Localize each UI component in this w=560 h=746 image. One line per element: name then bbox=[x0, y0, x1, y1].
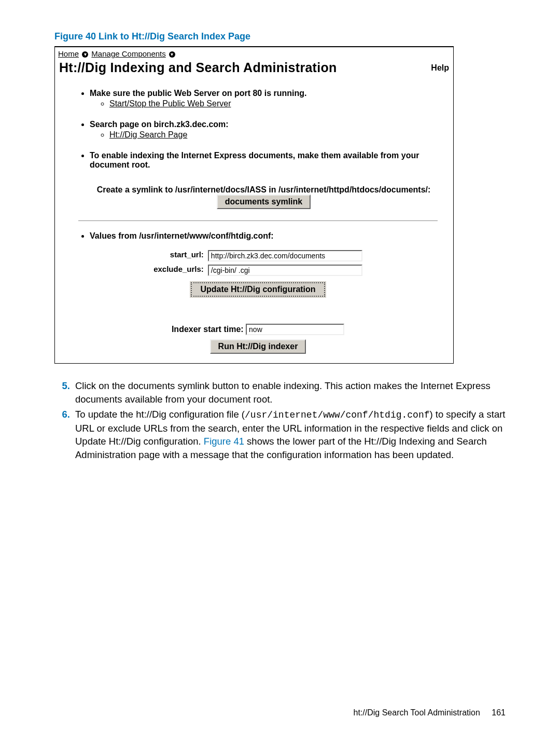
bullet-2-text: Search page on birch.zk3.dec.com: bbox=[90, 120, 229, 129]
figure-41-link[interactable]: Figure 41 bbox=[204, 436, 244, 447]
bullet-4-text: Values from /usr/internet/www/conf/htdig… bbox=[90, 231, 274, 240]
instruction-item-6: 6. To update the ht://Dig configuration … bbox=[75, 408, 506, 461]
symlink-desc: Create a symlink to /usr/internet/docs/I… bbox=[97, 185, 431, 194]
documents-symlink-button[interactable]: documents symlink bbox=[217, 195, 311, 209]
indexer-start-label: Indexer start time: bbox=[172, 325, 244, 334]
exclude-urls-label: exclude_urls: bbox=[152, 264, 205, 277]
breadcrumb-manage-link[interactable]: Manage Components bbox=[91, 49, 165, 58]
bullet-3-text: To enable indexing the Internet Express … bbox=[90, 151, 419, 169]
figure-caption: Figure 40 Link to Ht://Dig Search Index … bbox=[54, 31, 506, 42]
start-url-label: start_url: bbox=[152, 249, 205, 263]
instruction-5-body: Click on the documents symlink button to… bbox=[75, 380, 491, 405]
page-title: Ht://Dig Indexing and Search Administrat… bbox=[59, 60, 337, 75]
divider bbox=[78, 220, 438, 221]
start-url-input[interactable] bbox=[208, 250, 362, 261]
run-indexer-button[interactable]: Run Ht://Dig indexer bbox=[210, 339, 306, 354]
htdig-search-page-link[interactable]: Ht://Dig Search Page bbox=[109, 130, 187, 139]
screenshot-panel: Home ▾ Manage Components ▾ Ht://Dig Inde… bbox=[54, 46, 454, 364]
footer-text: ht://Dig Search Tool Administration bbox=[354, 708, 480, 717]
title-row: Ht://Dig Indexing and Search Administrat… bbox=[55, 58, 453, 79]
arrow-down-icon: ▾ bbox=[169, 51, 175, 58]
page-footer: ht://Dig Search Tool Administration 161 bbox=[354, 708, 506, 717]
arrow-down-icon: ▾ bbox=[82, 51, 88, 58]
instruction-6-a: To update the ht://Dig configuration fil… bbox=[75, 409, 245, 420]
breadcrumb-home-link[interactable]: Home bbox=[58, 49, 79, 58]
instruction-text: 5. Click on the documents symlink button… bbox=[54, 379, 506, 461]
content-area: Make sure the public Web Server on port … bbox=[55, 79, 453, 363]
list-number-5: 5. bbox=[54, 379, 70, 393]
list-number-6: 6. bbox=[54, 408, 70, 421]
exclude-urls-input[interactable] bbox=[208, 265, 362, 276]
bullet-1-text: Make sure the public Web Server on port … bbox=[90, 89, 306, 98]
help-link[interactable]: Help bbox=[431, 63, 449, 73]
config-form-table: start_url: exclude_urls: bbox=[151, 248, 365, 278]
instruction-item-5: 5. Click on the documents symlink button… bbox=[75, 379, 506, 406]
indexer-start-input[interactable] bbox=[246, 324, 344, 335]
start-stop-link[interactable]: Start/Stop the Public Web Server bbox=[109, 99, 231, 108]
page-number: 161 bbox=[492, 708, 506, 717]
update-config-button[interactable]: Update Ht://Dig configuration bbox=[191, 282, 325, 297]
breadcrumb: Home ▾ Manage Components ▾ bbox=[55, 47, 453, 58]
instruction-6-code: /usr/internet/www/conf/htdig.conf bbox=[245, 410, 429, 420]
